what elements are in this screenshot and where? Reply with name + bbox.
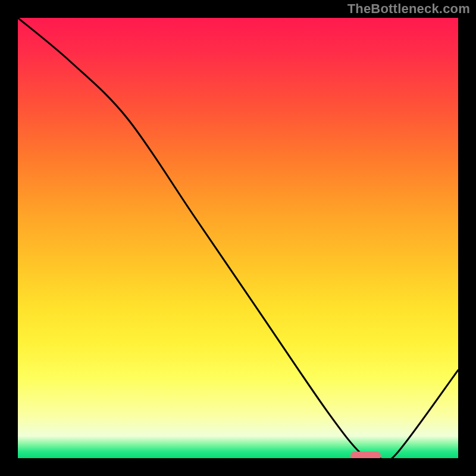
plot-area — [18, 18, 458, 458]
optimal-marker — [350, 452, 381, 458]
line-curve — [18, 18, 458, 458]
watermark-text: TheBottleneck.com — [347, 1, 470, 17]
chart-frame: TheBottleneck.com — [0, 0, 476, 476]
